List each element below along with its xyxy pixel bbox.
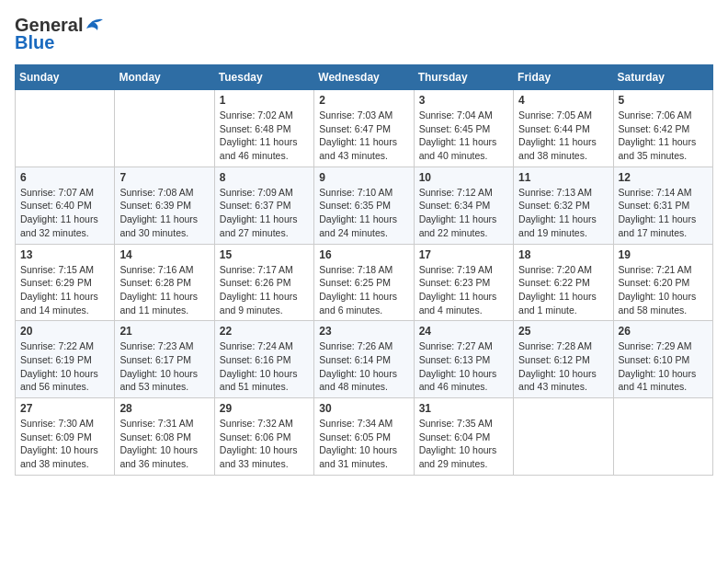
day-info: Sunrise: 7:30 AM Sunset: 6:09 PM Dayligh… <box>20 417 109 471</box>
day-info: Sunrise: 7:13 AM Sunset: 6:32 PM Dayligh… <box>518 186 608 240</box>
day-info: Sunrise: 7:20 AM Sunset: 6:22 PM Dayligh… <box>518 263 608 317</box>
calendar-cell: 18Sunrise: 7:20 AM Sunset: 6:22 PM Dayli… <box>514 244 613 321</box>
day-number: 25 <box>518 325 608 338</box>
day-number: 2 <box>319 94 408 107</box>
calendar-cell: 2Sunrise: 7:03 AM Sunset: 6:47 PM Daylig… <box>314 90 414 167</box>
day-info: Sunrise: 7:14 AM Sunset: 6:31 PM Dayligh… <box>619 186 708 240</box>
day-info: Sunrise: 7:09 AM Sunset: 6:37 PM Dayligh… <box>220 186 309 240</box>
calendar-cell <box>514 398 613 476</box>
day-number: 13 <box>20 248 109 261</box>
day-number: 22 <box>220 325 309 338</box>
day-number: 7 <box>119 171 209 184</box>
day-number: 10 <box>419 171 508 184</box>
calendar-header-row: SundayMondayTuesdayWednesdayThursdayFrid… <box>16 65 713 90</box>
calendar-week-row: 13Sunrise: 7:15 AM Sunset: 6:29 PM Dayli… <box>16 244 713 321</box>
day-number: 1 <box>220 94 309 107</box>
day-info: Sunrise: 7:26 AM Sunset: 6:14 PM Dayligh… <box>319 339 408 394</box>
column-header-friday: Friday <box>514 65 613 90</box>
day-info: Sunrise: 7:19 AM Sunset: 6:23 PM Dayligh… <box>419 263 508 317</box>
calendar-week-row: 27Sunrise: 7:30 AM Sunset: 6:09 PM Dayli… <box>16 398 713 476</box>
day-info: Sunrise: 7:02 AM Sunset: 6:48 PM Dayligh… <box>220 109 309 163</box>
column-header-monday: Monday <box>115 65 214 90</box>
day-info: Sunrise: 7:34 AM Sunset: 6:05 PM Dayligh… <box>319 417 408 471</box>
day-info: Sunrise: 7:10 AM Sunset: 6:35 PM Dayligh… <box>319 186 408 240</box>
calendar-cell: 13Sunrise: 7:15 AM Sunset: 6:29 PM Dayli… <box>16 244 115 321</box>
page-header: General Blue <box>15 15 713 53</box>
calendar-cell <box>16 90 115 167</box>
day-info: Sunrise: 7:12 AM Sunset: 6:34 PM Dayligh… <box>419 186 508 240</box>
calendar-cell: 28Sunrise: 7:31 AM Sunset: 6:08 PM Dayli… <box>115 398 214 476</box>
calendar-cell: 17Sunrise: 7:19 AM Sunset: 6:23 PM Dayli… <box>414 244 513 321</box>
calendar-cell: 29Sunrise: 7:32 AM Sunset: 6:06 PM Dayli… <box>214 398 313 476</box>
day-info: Sunrise: 7:21 AM Sunset: 6:20 PM Dayligh… <box>619 263 708 317</box>
day-info: Sunrise: 7:15 AM Sunset: 6:29 PM Dayligh… <box>20 263 109 317</box>
logo: General Blue <box>15 15 105 53</box>
day-number: 9 <box>319 171 408 184</box>
calendar-week-row: 6Sunrise: 7:07 AM Sunset: 6:40 PM Daylig… <box>16 167 713 244</box>
calendar-cell: 21Sunrise: 7:23 AM Sunset: 6:17 PM Dayli… <box>115 321 214 398</box>
day-info: Sunrise: 7:03 AM Sunset: 6:47 PM Dayligh… <box>319 109 408 163</box>
day-number: 19 <box>619 248 708 261</box>
calendar-cell: 31Sunrise: 7:35 AM Sunset: 6:04 PM Dayli… <box>414 398 513 476</box>
day-number: 14 <box>119 248 209 261</box>
day-info: Sunrise: 7:07 AM Sunset: 6:40 PM Dayligh… <box>20 186 109 240</box>
calendar-cell: 24Sunrise: 7:27 AM Sunset: 6:13 PM Dayli… <box>414 321 513 398</box>
calendar-cell: 12Sunrise: 7:14 AM Sunset: 6:31 PM Dayli… <box>613 167 712 244</box>
calendar-cell: 22Sunrise: 7:24 AM Sunset: 6:16 PM Dayli… <box>214 321 313 398</box>
day-number: 21 <box>119 325 209 338</box>
day-number: 27 <box>20 402 109 415</box>
calendar-cell: 23Sunrise: 7:26 AM Sunset: 6:14 PM Dayli… <box>314 321 414 398</box>
day-info: Sunrise: 7:35 AM Sunset: 6:04 PM Dayligh… <box>419 417 508 471</box>
calendar-week-row: 1Sunrise: 7:02 AM Sunset: 6:48 PM Daylig… <box>16 90 713 167</box>
day-number: 5 <box>619 94 708 107</box>
calendar-cell <box>613 398 712 476</box>
day-info: Sunrise: 7:24 AM Sunset: 6:16 PM Dayligh… <box>220 339 309 394</box>
day-number: 8 <box>220 171 309 184</box>
calendar-cell: 14Sunrise: 7:16 AM Sunset: 6:28 PM Dayli… <box>115 244 214 321</box>
calendar-cell: 5Sunrise: 7:06 AM Sunset: 6:42 PM Daylig… <box>613 90 712 167</box>
calendar-table: SundayMondayTuesdayWednesdayThursdayFrid… <box>15 64 713 476</box>
day-number: 17 <box>419 248 508 261</box>
calendar-cell: 20Sunrise: 7:22 AM Sunset: 6:19 PM Dayli… <box>16 321 115 398</box>
column-header-thursday: Thursday <box>414 65 513 90</box>
column-header-tuesday: Tuesday <box>214 65 313 90</box>
calendar-cell <box>115 90 214 167</box>
day-number: 11 <box>518 171 608 184</box>
column-header-saturday: Saturday <box>613 65 712 90</box>
day-number: 26 <box>619 325 708 338</box>
calendar-cell: 26Sunrise: 7:29 AM Sunset: 6:10 PM Dayli… <box>613 321 712 398</box>
day-number: 16 <box>319 248 408 261</box>
day-info: Sunrise: 7:22 AM Sunset: 6:19 PM Dayligh… <box>20 339 109 394</box>
calendar-cell: 10Sunrise: 7:12 AM Sunset: 6:34 PM Dayli… <box>414 167 513 244</box>
column-header-wednesday: Wednesday <box>314 65 414 90</box>
calendar-cell: 6Sunrise: 7:07 AM Sunset: 6:40 PM Daylig… <box>16 167 115 244</box>
calendar-cell: 4Sunrise: 7:05 AM Sunset: 6:44 PM Daylig… <box>514 90 613 167</box>
day-info: Sunrise: 7:18 AM Sunset: 6:25 PM Dayligh… <box>319 263 408 317</box>
calendar-cell: 3Sunrise: 7:04 AM Sunset: 6:45 PM Daylig… <box>414 90 513 167</box>
logo-bird-icon <box>85 16 105 32</box>
day-number: 12 <box>619 171 708 184</box>
day-info: Sunrise: 7:23 AM Sunset: 6:17 PM Dayligh… <box>119 339 209 394</box>
column-header-sunday: Sunday <box>16 65 115 90</box>
day-number: 28 <box>119 402 209 415</box>
day-info: Sunrise: 7:16 AM Sunset: 6:28 PM Dayligh… <box>119 263 209 317</box>
day-number: 20 <box>20 325 109 338</box>
logo-blue: Blue <box>15 32 54 53</box>
day-info: Sunrise: 7:06 AM Sunset: 6:42 PM Dayligh… <box>619 109 708 163</box>
calendar-cell: 1Sunrise: 7:02 AM Sunset: 6:48 PM Daylig… <box>214 90 313 167</box>
day-number: 30 <box>319 402 408 415</box>
calendar-cell: 7Sunrise: 7:08 AM Sunset: 6:39 PM Daylig… <box>115 167 214 244</box>
day-info: Sunrise: 7:04 AM Sunset: 6:45 PM Dayligh… <box>419 109 508 163</box>
day-info: Sunrise: 7:28 AM Sunset: 6:12 PM Dayligh… <box>518 339 608 394</box>
day-number: 4 <box>518 94 608 107</box>
calendar-cell: 25Sunrise: 7:28 AM Sunset: 6:12 PM Dayli… <box>514 321 613 398</box>
day-number: 23 <box>319 325 408 338</box>
day-number: 24 <box>419 325 508 338</box>
day-info: Sunrise: 7:29 AM Sunset: 6:10 PM Dayligh… <box>619 339 708 394</box>
calendar-cell: 8Sunrise: 7:09 AM Sunset: 6:37 PM Daylig… <box>214 167 313 244</box>
calendar-cell: 9Sunrise: 7:10 AM Sunset: 6:35 PM Daylig… <box>314 167 414 244</box>
day-info: Sunrise: 7:31 AM Sunset: 6:08 PM Dayligh… <box>119 417 209 471</box>
calendar-cell: 30Sunrise: 7:34 AM Sunset: 6:05 PM Dayli… <box>314 398 414 476</box>
calendar-cell: 15Sunrise: 7:17 AM Sunset: 6:26 PM Dayli… <box>214 244 313 321</box>
calendar-cell: 11Sunrise: 7:13 AM Sunset: 6:32 PM Dayli… <box>514 167 613 244</box>
